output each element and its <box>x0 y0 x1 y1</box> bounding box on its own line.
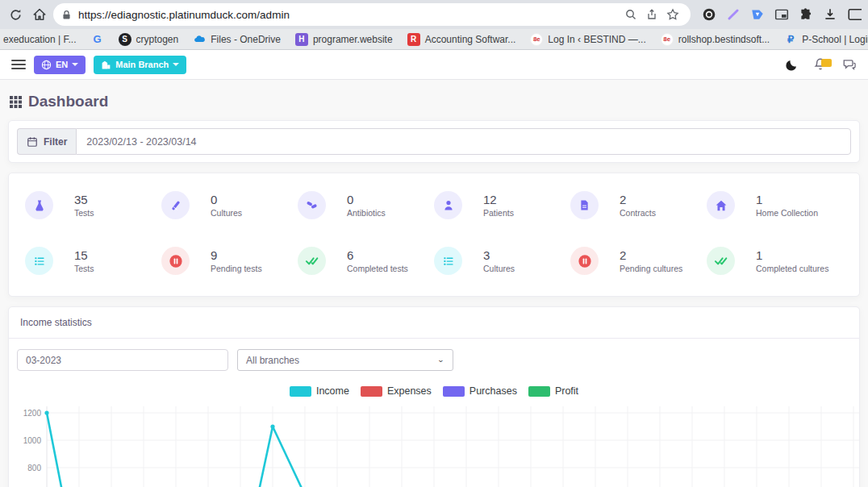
bestind-favicon-icon: 8e <box>530 33 543 46</box>
legend-swatch <box>528 386 550 397</box>
branch-select-value: All branches <box>246 355 299 366</box>
stat-contracts: 2 Contracts <box>570 191 707 219</box>
stat-value: 1 <box>756 248 828 262</box>
bookmark-item[interactable]: S cryptogen <box>112 31 186 48</box>
language-label: EN <box>56 60 68 69</box>
extensions-puzzle-icon[interactable] <box>799 7 813 22</box>
bestind-favicon-icon: 8e <box>661 33 674 46</box>
bookmark-item[interactable]: 8e Log In ‹ BESTIND —... <box>524 31 652 48</box>
svg-text:1200: 1200 <box>23 409 42 418</box>
legend-expenses[interactable]: Expenses <box>361 385 432 397</box>
list-icon <box>434 247 462 275</box>
contract-icon <box>570 191 599 219</box>
chevron-down-icon <box>72 63 78 66</box>
bookmark-item[interactable]: H programer.website <box>289 31 399 48</box>
language-dropdown-button[interactable]: EN <box>34 56 86 74</box>
bookmark-item[interactable]: exeducation | F... <box>3 31 83 48</box>
stat-tests-2: 15 Tests <box>25 247 161 275</box>
browser-toolbar: https://ediagnostic.platinumduck.com/adm… <box>0 0 868 29</box>
picture-in-picture-icon[interactable] <box>774 7 789 22</box>
month-input[interactable] <box>17 349 228 371</box>
bookmark-item[interactable]: R Accounting Softwar... <box>401 31 523 48</box>
stat-value: 15 <box>74 248 94 262</box>
filter-label: Filter <box>44 136 67 148</box>
stats-card: 35 Tests 0 Cultures 0 Antibiotics <box>8 173 860 297</box>
stat-completed-tests: 6 Completed tests <box>298 247 434 275</box>
bookmark-star-icon[interactable] <box>666 8 679 21</box>
google-favicon-icon: G <box>91 33 104 46</box>
calendar-icon <box>27 136 38 148</box>
bookmark-item[interactable]: ₽ P-School | Login <box>778 31 868 48</box>
profile-box-icon[interactable] <box>847 7 862 22</box>
branch-select[interactable]: All branches ⌄ <box>237 349 453 371</box>
capsules-icon <box>298 191 326 219</box>
reload-icon <box>9 8 23 22</box>
stat-pending-tests: 9 Pending tests <box>161 247 298 275</box>
stat-label: Patients <box>483 208 514 218</box>
onedrive-favicon-icon <box>193 33 206 46</box>
extension-circle-icon[interactable] <box>702 7 716 22</box>
address-bar[interactable]: https://ediagnostic.platinumduck.com/adm… <box>53 3 691 26</box>
stat-label: Tests <box>74 264 94 273</box>
legend-swatch <box>443 386 465 397</box>
bookmarks-bar: exeducation | F... G S cryptogen Files -… <box>0 29 868 50</box>
globe-icon <box>41 60 52 70</box>
legend-purchases[interactable]: Purchases <box>443 385 517 397</box>
income-statistics-card: Income statistics All branches ⌄ Income … <box>8 306 860 487</box>
patient-icon <box>434 191 462 219</box>
chat-icon[interactable] <box>842 57 857 72</box>
stat-label: Antibiotics <box>347 208 386 218</box>
stat-label: Pending tests <box>211 264 262 273</box>
filter-card: Filter <box>8 120 860 163</box>
legend-swatch <box>290 386 311 397</box>
programer-favicon-icon: H <box>295 33 308 46</box>
bookmark-item[interactable]: 8e rollshop.bestindsoft... <box>654 31 776 48</box>
notifications-button[interactable] <box>813 57 828 72</box>
blue-extension-icon[interactable] <box>750 7 765 22</box>
date-range-input[interactable] <box>76 128 851 155</box>
zoom-icon[interactable] <box>624 8 637 21</box>
double-check-icon <box>707 247 735 275</box>
stat-label: Contracts <box>620 208 656 218</box>
stat-value: 3 <box>483 248 515 262</box>
chevron-down-icon: ⌄ <box>437 356 444 364</box>
stat-label: Cultures <box>211 208 242 218</box>
legend-income[interactable]: Income <box>290 385 349 397</box>
svg-text:800: 800 <box>27 464 41 472</box>
legend-swatch <box>361 386 382 397</box>
menu-toggle-button[interactable] <box>11 60 26 69</box>
home-button[interactable] <box>29 4 50 25</box>
pen-extension-icon[interactable] <box>726 7 741 22</box>
stat-cultures: 0 Cultures <box>161 191 298 219</box>
stat-label: Completed cultures <box>756 264 828 273</box>
legend-profit[interactable]: Profit <box>528 385 578 397</box>
pschool-favicon-icon: ₽ <box>784 33 797 46</box>
chevron-down-icon <box>173 63 179 66</box>
stat-label: Cultures <box>483 264 515 273</box>
downloads-icon[interactable] <box>823 7 837 22</box>
url-text[interactable]: https://ediagnostic.platinumduck.com/adm… <box>78 9 618 21</box>
extensions-area <box>694 7 862 22</box>
share-icon[interactable] <box>645 8 658 21</box>
chart-legend: Income Expenses Purchases Profit <box>9 377 859 400</box>
stat-value: 1 <box>756 193 818 206</box>
stat-value: 12 <box>483 193 514 206</box>
dark-mode-moon-icon[interactable] <box>785 58 799 72</box>
stat-completed-cultures: 1 Completed cultures <box>707 247 843 275</box>
stat-home-collection: 1 Home Collection <box>707 191 843 219</box>
reload-button[interactable] <box>5 4 26 25</box>
stat-value: 2 <box>620 248 682 262</box>
app-top-bar: EN Main Branch <box>0 50 868 80</box>
bookmark-item[interactable]: G <box>85 31 111 48</box>
notification-badge <box>821 59 832 67</box>
stats-grid: 35 Tests 0 Cultures 0 Antibiotics <box>25 191 843 275</box>
branch-dropdown-button[interactable]: Main Branch <box>94 56 186 74</box>
stat-value: 2 <box>620 193 656 206</box>
grid-icon <box>10 96 22 108</box>
stat-label: Pending cultures <box>620 264 682 273</box>
stat-value: 6 <box>347 248 408 262</box>
bookmark-item[interactable]: Files - OneDrive <box>186 31 287 48</box>
screen: https://ediagnostic.platinumduck.com/adm… <box>0 0 868 487</box>
income-chart: 12001000800600400 <box>9 400 859 487</box>
stat-value: 0 <box>347 193 386 206</box>
